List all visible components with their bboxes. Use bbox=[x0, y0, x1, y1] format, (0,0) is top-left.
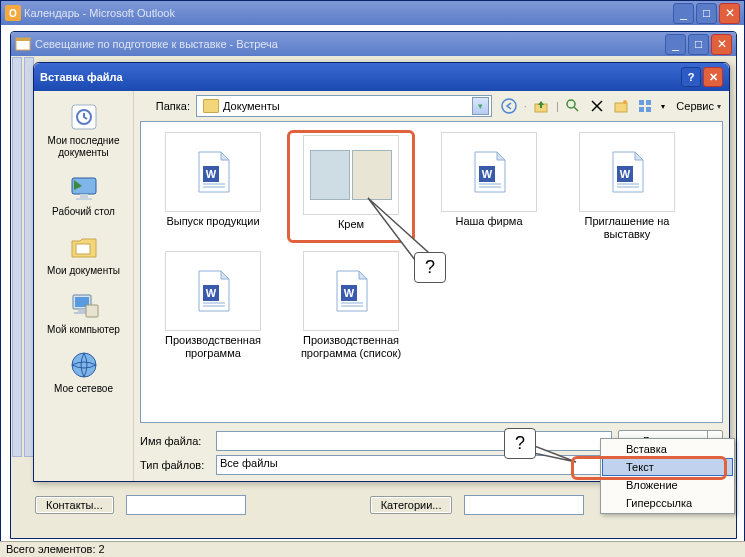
svg-point-13 bbox=[72, 353, 96, 377]
dialog-help-button[interactable]: ? bbox=[681, 67, 701, 87]
svg-rect-12 bbox=[86, 305, 98, 317]
svg-rect-25 bbox=[646, 107, 651, 112]
minimize-button[interactable]: _ bbox=[673, 3, 694, 24]
file-name: Приглашение на выставку bbox=[565, 215, 689, 241]
svg-point-16 bbox=[567, 100, 575, 108]
mycomp-icon bbox=[68, 290, 100, 322]
meeting-close-button[interactable]: ✕ bbox=[711, 34, 732, 55]
svg-rect-24 bbox=[639, 107, 644, 112]
word-doc-icon: W bbox=[193, 269, 233, 313]
categories-input[interactable] bbox=[464, 495, 584, 515]
outlook-titlebar[interactable]: O Календарь - Microsoft Outlook _ □ ✕ bbox=[1, 1, 744, 25]
place-label: Мое сетевое bbox=[54, 383, 113, 395]
dropdown-item[interactable]: Вложение bbox=[602, 476, 733, 494]
image-thumbnail bbox=[310, 150, 392, 200]
meeting-icon bbox=[15, 36, 31, 52]
svg-rect-7 bbox=[76, 244, 90, 254]
svg-rect-5 bbox=[80, 194, 88, 198]
views-dropdown-arrow[interactable]: ▾ bbox=[658, 95, 668, 117]
folder-combo[interactable]: Документы ▾ bbox=[196, 95, 492, 117]
filetype-label: Тип файлов: bbox=[140, 459, 210, 471]
svg-point-14 bbox=[502, 99, 516, 113]
place-mydocs[interactable]: Мои документы bbox=[36, 225, 132, 283]
toolbar-sep: · bbox=[522, 95, 528, 117]
place-recent[interactable]: Мои последние документы bbox=[36, 95, 132, 165]
place-label: Мои последние документы bbox=[38, 135, 130, 159]
mydocs-icon bbox=[68, 231, 100, 263]
file-name: Производственная программа bbox=[151, 334, 275, 360]
svg-line-17 bbox=[574, 107, 578, 111]
categories-button[interactable]: Категории... bbox=[370, 496, 453, 514]
word-doc-icon: W bbox=[607, 150, 647, 194]
filename-label: Имя файла: bbox=[140, 435, 210, 447]
callout-2-question: ? bbox=[504, 428, 536, 459]
status-text: Всего элементов: 2 bbox=[6, 543, 105, 555]
dialog-close-button[interactable]: ✕ bbox=[703, 67, 723, 87]
callout-1-question: ? bbox=[414, 252, 446, 283]
contacts-input[interactable] bbox=[126, 495, 246, 515]
service-arrow-icon: ▾ bbox=[717, 102, 721, 111]
views-icon[interactable] bbox=[634, 95, 656, 117]
file-name: Выпуск продукции bbox=[166, 215, 259, 228]
toolbar-sliver bbox=[12, 57, 22, 457]
file-item[interactable]: WПроизводственная программа bbox=[149, 249, 277, 362]
callout-1: ? bbox=[358, 196, 478, 306]
meeting-titlebar[interactable]: Севещание по подготовке к выставке - Вст… bbox=[11, 32, 736, 56]
desktop-icon bbox=[68, 172, 100, 204]
contacts-button[interactable]: Контакты... bbox=[35, 496, 114, 514]
service-menu[interactable]: Сервис ▾ bbox=[670, 95, 723, 117]
back-icon[interactable] bbox=[498, 95, 520, 117]
word-doc-icon: W bbox=[469, 150, 509, 194]
meeting-window-controls: _ □ ✕ bbox=[665, 34, 732, 55]
meeting-minimize-button[interactable]: _ bbox=[665, 34, 686, 55]
file-item[interactable]: WПриглашение на выставку bbox=[563, 130, 691, 243]
word-doc-icon: W bbox=[193, 150, 233, 194]
svg-text:W: W bbox=[206, 287, 217, 299]
svg-text:W: W bbox=[482, 168, 493, 180]
svg-text:W: W bbox=[620, 168, 631, 180]
search-icon[interactable] bbox=[562, 95, 584, 117]
toolbar-sep-2: | bbox=[554, 95, 560, 117]
dialog-titlebar[interactable]: Вставка файла ? ✕ bbox=[34, 63, 729, 91]
new-folder-icon[interactable] bbox=[610, 95, 632, 117]
place-label: Мой компьютер bbox=[47, 324, 120, 336]
svg-rect-1 bbox=[16, 38, 30, 41]
meeting-maximize-button[interactable]: □ bbox=[688, 34, 709, 55]
place-network[interactable]: Мое сетевое bbox=[36, 343, 132, 401]
up-folder-icon[interactable] bbox=[530, 95, 552, 117]
dropdown-item[interactable]: Текст bbox=[602, 458, 733, 476]
recent-icon bbox=[68, 101, 100, 133]
folder-label: Папка: bbox=[140, 100, 190, 112]
dropdown-item[interactable]: Вставка bbox=[602, 440, 733, 458]
delete-icon[interactable] bbox=[586, 95, 608, 117]
places-bar: Мои последние документыРабочий столМои д… bbox=[34, 91, 134, 481]
svg-text:W: W bbox=[206, 168, 217, 180]
place-mycomp[interactable]: Мой компьютер bbox=[36, 284, 132, 342]
place-label: Мои документы bbox=[47, 265, 120, 277]
dropdown-item[interactable]: Гиперссылка bbox=[602, 494, 733, 512]
place-label: Рабочий стол bbox=[52, 206, 115, 218]
meeting-bottom-row: Контакты... Категории... bbox=[35, 495, 584, 515]
svg-rect-6 bbox=[76, 198, 92, 200]
svg-point-21 bbox=[623, 100, 627, 104]
file-item[interactable]: WВыпуск продукции bbox=[149, 130, 277, 243]
folder-value: Документы bbox=[223, 100, 472, 112]
folder-icon bbox=[203, 99, 219, 113]
insert-dropdown: ВставкаТекстВложениеГиперссылка bbox=[600, 438, 735, 514]
status-bar: Всего элементов: 2 bbox=[0, 541, 745, 557]
window-controls: _ □ ✕ bbox=[673, 3, 740, 24]
meeting-title-text: Севещание по подготовке к выставке - Вст… bbox=[35, 38, 665, 50]
maximize-button[interactable]: □ bbox=[696, 3, 717, 24]
toolbar-icons: · | ▾ Сервис ▾ bbox=[498, 95, 723, 117]
folder-dropdown-arrow[interactable]: ▾ bbox=[472, 97, 489, 115]
file-name: Производственная программа (список) bbox=[289, 334, 413, 360]
service-label: Сервис bbox=[676, 100, 714, 112]
svg-rect-10 bbox=[78, 309, 86, 312]
dialog-title-text: Вставка файла bbox=[40, 71, 681, 83]
outlook-title-text: Календарь - Microsoft Outlook bbox=[24, 7, 673, 19]
close-button[interactable]: ✕ bbox=[719, 3, 740, 24]
svg-text:W: W bbox=[344, 287, 355, 299]
place-desktop[interactable]: Рабочий стол bbox=[36, 166, 132, 224]
outlook-icon: O bbox=[5, 5, 21, 21]
network-icon bbox=[68, 349, 100, 381]
